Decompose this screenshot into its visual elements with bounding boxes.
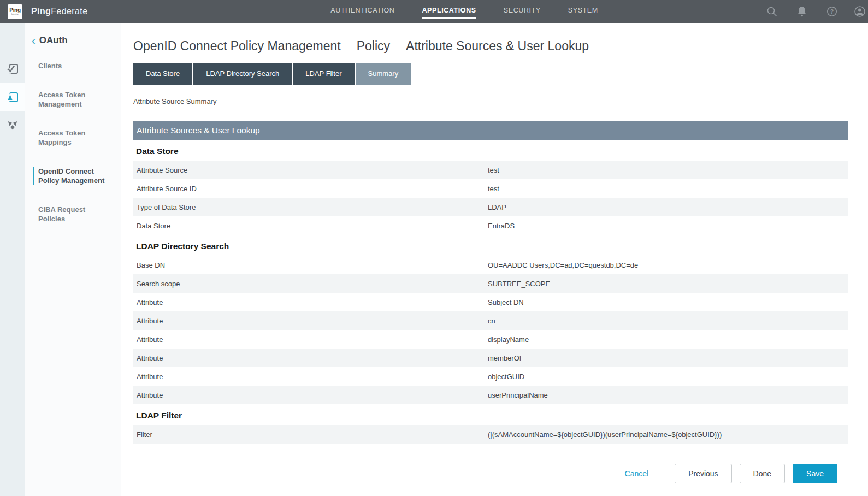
summary-label: Attribute Source Summary bbox=[133, 97, 848, 105]
product-name: PingFederate bbox=[31, 7, 88, 16]
sidebar-item-clients[interactable]: Clients bbox=[38, 61, 113, 70]
breadcrumb-part-openid-connect-policy-management: OpenID Connect Policy Management bbox=[133, 39, 341, 54]
row-label: Attribute bbox=[133, 298, 488, 306]
logo-subtext: Identity. bbox=[11, 13, 19, 15]
sidebar-item-openid-connect-policy-management[interactable]: OpenID Connect Policy Management bbox=[33, 167, 113, 185]
oauth-back-link[interactable]: ‹ OAuth bbox=[32, 35, 113, 46]
account-icon[interactable] bbox=[847, 5, 868, 18]
table-row: Base DNOU=AADDC Users,DC=ad,DC=questdb,D… bbox=[133, 256, 848, 274]
row-label: Attribute bbox=[133, 317, 488, 325]
tab-ldap-directory-search[interactable]: LDAP Directory Search bbox=[193, 63, 292, 85]
row-value: memberOf bbox=[488, 354, 848, 362]
table-row: Attribute Source IDtest bbox=[133, 179, 848, 198]
sidebar: ‹ OAuth ClientsAccess Token ManagementAc… bbox=[0, 23, 121, 496]
primary-nav: AUTHENTICATIONAPPLICATIONSSECURITYSYSTEM bbox=[172, 4, 757, 19]
top-nav: Ping Identity. PingFederate AUTHENTICATI… bbox=[0, 0, 868, 23]
row-label: Attribute bbox=[133, 335, 488, 344]
icon-rail bbox=[0, 23, 25, 496]
oauth-icon[interactable] bbox=[0, 83, 25, 111]
table-row: Attribute Sourcetest bbox=[133, 161, 848, 179]
table-row: Data StoreEntraDS bbox=[133, 216, 848, 235]
row-value: EntraDS bbox=[488, 222, 848, 230]
security-cluster-icon[interactable] bbox=[0, 111, 25, 140]
chevron-left-icon: ‹ bbox=[32, 36, 36, 45]
title-separator bbox=[349, 39, 349, 54]
title-separator bbox=[398, 39, 398, 54]
table-row: Type of Data StoreLDAP bbox=[133, 198, 848, 216]
row-value: LDAP bbox=[488, 203, 848, 211]
save-button[interactable]: Save bbox=[793, 464, 837, 483]
main-content: OpenID Connect Policy ManagementPolicyAt… bbox=[121, 23, 868, 496]
table-row: AttributeobjectGUID bbox=[133, 367, 848, 386]
sidebar-item-access-token-mappings[interactable]: Access Token Mappings bbox=[38, 128, 113, 147]
summary-table: Data StoreAttribute SourcetestAttribute … bbox=[133, 146, 848, 444]
table-row: Attributecn bbox=[133, 311, 848, 330]
row-label: Attribute bbox=[133, 373, 488, 381]
row-label: Search scope bbox=[133, 280, 488, 288]
svg-text:?: ? bbox=[830, 9, 834, 15]
sidebar-item-access-token-management[interactable]: Access Token Management bbox=[38, 90, 113, 109]
row-value: OU=AADDC Users,DC=ad,DC=questdb,DC=de bbox=[488, 261, 848, 269]
row-value: test bbox=[488, 166, 848, 174]
table-row: Search scopeSUBTREE_SCOPE bbox=[133, 274, 848, 293]
ping-identity-logo: Ping Identity. bbox=[8, 4, 22, 19]
sidebar-menu: ‹ OAuth ClientsAccess Token ManagementAc… bbox=[25, 23, 121, 496]
table-header: Attribute Sources & User Lookup bbox=[133, 121, 848, 140]
row-value: objectGUID bbox=[488, 373, 848, 381]
oauth-title: OAuth bbox=[39, 35, 68, 46]
row-label: Data Store bbox=[133, 222, 488, 230]
row-label: Filter bbox=[133, 430, 488, 439]
cancel-link[interactable]: Cancel bbox=[625, 469, 649, 478]
nav-item-applications[interactable]: APPLICATIONS bbox=[422, 4, 476, 19]
row-label: Attribute bbox=[133, 391, 488, 399]
row-value: cn bbox=[488, 317, 848, 325]
wizard-tabs: Data StoreLDAP Directory SearchLDAP Filt… bbox=[133, 63, 848, 85]
sidebar-item-ciba-request-policies[interactable]: CIBA Request Policies bbox=[38, 205, 113, 223]
nav-item-authentication[interactable]: AUTHENTICATION bbox=[330, 4, 394, 19]
applications-check-icon[interactable] bbox=[0, 55, 25, 83]
section-title-data-store: Data Store bbox=[133, 146, 848, 156]
table-row: AttributeSubject DN bbox=[133, 293, 848, 311]
table-row: AttributedisplayName bbox=[133, 330, 848, 349]
row-value: displayName bbox=[488, 335, 848, 344]
nav-item-system[interactable]: SYSTEM bbox=[568, 4, 598, 19]
row-value: Subject DN bbox=[488, 298, 848, 306]
nav-item-security[interactable]: SECURITY bbox=[504, 4, 541, 19]
row-label: Base DN bbox=[133, 261, 488, 269]
table-row: Filter(|(sAMAccountName=${objectGUID})(u… bbox=[133, 425, 848, 444]
previous-button[interactable]: Previous bbox=[675, 464, 731, 483]
tab-ldap-filter[interactable]: LDAP Filter bbox=[293, 63, 354, 85]
row-label: Type of Data Store bbox=[133, 203, 488, 211]
search-icon[interactable] bbox=[757, 5, 787, 17]
row-label: Attribute Source ID bbox=[133, 185, 488, 193]
section-title-ldap-directory-search: LDAP Directory Search bbox=[133, 241, 848, 251]
brand-area: Ping Identity. PingFederate bbox=[8, 4, 172, 19]
row-label: Attribute Source bbox=[133, 166, 488, 174]
row-value: (|(sAMAccountName=${objectGUID})(userPri… bbox=[488, 430, 848, 439]
breadcrumb-part-policy: Policy bbox=[357, 39, 390, 54]
page-title: OpenID Connect Policy ManagementPolicyAt… bbox=[133, 39, 848, 54]
row-value: userPrincipalName bbox=[488, 391, 848, 399]
sidebar-items: ClientsAccess Token ManagementAccess Tok… bbox=[38, 61, 113, 223]
row-label: Attribute bbox=[133, 354, 488, 362]
row-value: test bbox=[488, 185, 848, 193]
table-row: AttributeuserPrincipalName bbox=[133, 386, 848, 404]
done-button[interactable]: Done bbox=[740, 464, 785, 483]
notifications-icon[interactable] bbox=[787, 5, 817, 17]
help-icon[interactable]: ? bbox=[817, 5, 847, 17]
tab-summary[interactable]: Summary bbox=[356, 63, 411, 85]
footer-actions: Cancel Previous Done Save bbox=[133, 464, 837, 483]
tab-data-store[interactable]: Data Store bbox=[133, 63, 192, 85]
nav-utilities: ? bbox=[757, 4, 868, 19]
table-row: AttributememberOf bbox=[133, 349, 848, 367]
breadcrumb-part-attribute-sources-user-lookup: Attribute Sources & User Lookup bbox=[406, 39, 589, 54]
section-title-ldap-filter: LDAP Filter bbox=[133, 411, 848, 421]
row-value: SUBTREE_SCOPE bbox=[488, 280, 848, 288]
